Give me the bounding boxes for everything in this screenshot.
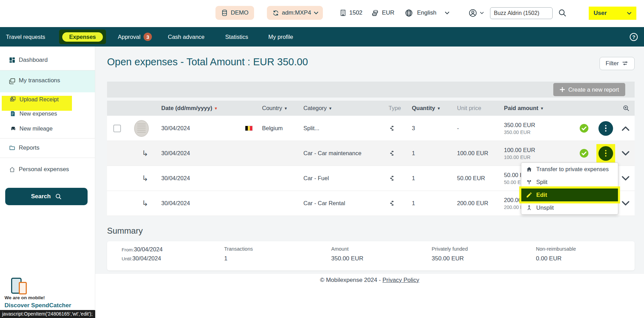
- house-icon: [9, 166, 16, 173]
- sidebar-item-personal-expenses[interactable]: Personal expenses: [0, 162, 95, 176]
- col-paid-amount[interactable]: Paid amount ▼: [500, 105, 573, 111]
- row-actions-button[interactable]: [598, 146, 613, 161]
- nav-my-profile[interactable]: My profile: [268, 27, 293, 47]
- user-search-input[interactable]: [490, 7, 553, 19]
- col-unit-price: Unit price: [453, 105, 500, 111]
- language-selector[interactable]: English: [405, 6, 449, 20]
- role-selector[interactable]: User: [589, 7, 636, 20]
- upload-receipt-icon: [10, 96, 16, 102]
- privacy-policy-link[interactable]: Privacy Policy: [382, 277, 419, 283]
- copyright-text: © Mobilexpense 2024 -: [320, 277, 383, 283]
- spendcatcher-link[interactable]: Discover SpendCatcher: [5, 302, 71, 309]
- summary-privately-funded: Privately funded 350.00 EUR: [432, 246, 536, 270]
- row-checkbox[interactable]: [113, 125, 121, 132]
- belgium-flag-icon: [245, 126, 253, 131]
- environment-selector[interactable]: adm:MXP4: [267, 6, 323, 20]
- top-bar: DEMO adm:MXP4 1502 EUR English User: [0, 0, 644, 27]
- sidebar-item-label: Dashboard: [19, 57, 48, 64]
- nav-cash-advance[interactable]: Cash advance: [168, 27, 205, 47]
- folder-icon: [9, 145, 16, 151]
- menu-item-unsplit[interactable]: Unsplit: [521, 201, 618, 214]
- summary-label: Amount: [331, 246, 432, 252]
- row-actions-context-menu: Transfer to private expenses Split Edit …: [521, 162, 618, 215]
- row-quantity: 1: [412, 200, 415, 207]
- house-icon: [526, 166, 532, 173]
- row-unit-price: 200.00 EUR: [457, 200, 488, 207]
- summary-label: Privately funded: [432, 246, 536, 252]
- menu-item-label: Split: [536, 179, 547, 185]
- expense-type-coins-icon: [389, 175, 395, 182]
- row-unit-price: -: [457, 125, 459, 132]
- create-report-button[interactable]: Create a new report: [553, 83, 625, 96]
- expense-type-coins-icon: [389, 150, 395, 157]
- sidebar-item-my-transactions[interactable]: My transactions: [0, 70, 95, 92]
- row-quantity: 3: [412, 125, 415, 132]
- receipt-thumbnail[interactable]: [134, 120, 149, 137]
- summary-transactions: Transactions 1: [224, 246, 331, 270]
- sidebar-item-label: Reports: [19, 144, 40, 151]
- row-category: Car - Car maintenance: [303, 150, 361, 157]
- row-actions-button[interactable]: [598, 121, 613, 136]
- status-bar-link-preview: javascript:OpenItem('24806165','wt','edi…: [0, 310, 96, 318]
- help-icon[interactable]: ?: [630, 33, 638, 41]
- menu-item-split[interactable]: Split: [521, 176, 618, 189]
- nav-expenses-active[interactable]: Expenses: [59, 30, 106, 44]
- collapse-chevron-up[interactable]: [616, 126, 635, 131]
- sidebar-item-new-expenses[interactable]: New expenses: [0, 107, 95, 120]
- menu-item-label: Unsplit: [536, 204, 554, 211]
- col-date[interactable]: Date (dd/mm/yyyy) ▼: [158, 105, 241, 111]
- row-unit-price: 100.00 EUR: [457, 150, 488, 157]
- zoom-table-icon[interactable]: [616, 104, 635, 112]
- user-circle-icon: [468, 9, 477, 17]
- col-label: Unit price: [457, 105, 481, 111]
- row-country: Belgium: [262, 125, 283, 132]
- col-category[interactable]: Category ▼: [300, 105, 389, 111]
- col-label: Country: [262, 105, 282, 111]
- expand-chevron-down[interactable]: [616, 176, 635, 181]
- mobile-tagline: We are on mobile!: [5, 295, 45, 300]
- car-icon: [10, 126, 17, 132]
- row-paid-amount: 350.00 EUR: [504, 122, 535, 128]
- chevron-down-icon: [480, 11, 484, 15]
- nav-approval[interactable]: Approval 3: [118, 27, 152, 47]
- search-button-label: Search: [31, 193, 51, 200]
- search-icon[interactable]: [558, 6, 567, 20]
- filter-button[interactable]: Filter: [600, 57, 635, 70]
- nav-label: Approval: [118, 34, 140, 40]
- expand-chevron-down[interactable]: [616, 201, 635, 206]
- expand-chevron-down[interactable]: [616, 151, 635, 156]
- plus-icon: [560, 87, 565, 92]
- user-menu[interactable]: [468, 6, 484, 20]
- table-row[interactable]: 30/04/2024 Belgium Split... 3 - 350.00 E…: [107, 116, 635, 141]
- col-label: Type: [389, 105, 401, 111]
- col-label: Quantity: [412, 105, 435, 111]
- menu-item-edit[interactable]: Edit: [521, 189, 618, 201]
- approval-count-badge: 3: [144, 33, 152, 41]
- summary-non-reimbursable: Non-reimbursable 0.00 EUR: [536, 246, 635, 270]
- summary-date-range: From:30/04/2024 Until:30/04/2024: [122, 246, 224, 270]
- col-quantity[interactable]: Quantity ▼: [408, 105, 453, 111]
- summary-value: 0.00 EUR: [536, 255, 635, 262]
- row-date: 30/04/2024: [161, 125, 190, 132]
- sidebar-item-new-mileage[interactable]: New mileage: [0, 122, 95, 135]
- row-unit-price: 50.00 EUR: [457, 175, 485, 182]
- sidebar-item-dashboard[interactable]: Dashboard: [0, 52, 95, 68]
- page-footer: © Mobilexpense 2024 - Privacy Policy: [95, 274, 644, 318]
- menu-item-transfer-private[interactable]: Transfer to private expenses: [521, 163, 618, 176]
- nav-statistics[interactable]: Statistics: [225, 27, 248, 47]
- sidebar-item-label: Personal expenses: [19, 166, 69, 173]
- sidebar-item-upload-receipt[interactable]: Upload Receipt: [0, 93, 95, 106]
- sidebar-search-button[interactable]: Search: [5, 188, 88, 205]
- demo-badge: DEMO: [215, 6, 254, 20]
- nav-travel-requests[interactable]: Travel requests: [6, 27, 45, 47]
- row-quantity: 1: [412, 175, 415, 182]
- row-category: Split...: [303, 125, 319, 132]
- summary-until-value: 30/04/2024: [132, 255, 161, 261]
- sidebar-item-label: New mileage: [19, 125, 52, 132]
- page-title: Open expenses - Total Amount : EUR 350.0…: [107, 56, 308, 68]
- sidebar-item-reports[interactable]: Reports: [0, 141, 95, 155]
- sidebar: Dashboard My transactions Upload Receipt…: [0, 47, 95, 318]
- new-expenses-icon: [10, 110, 16, 117]
- globe-icon: [405, 9, 413, 17]
- col-country[interactable]: Country ▼: [260, 105, 300, 111]
